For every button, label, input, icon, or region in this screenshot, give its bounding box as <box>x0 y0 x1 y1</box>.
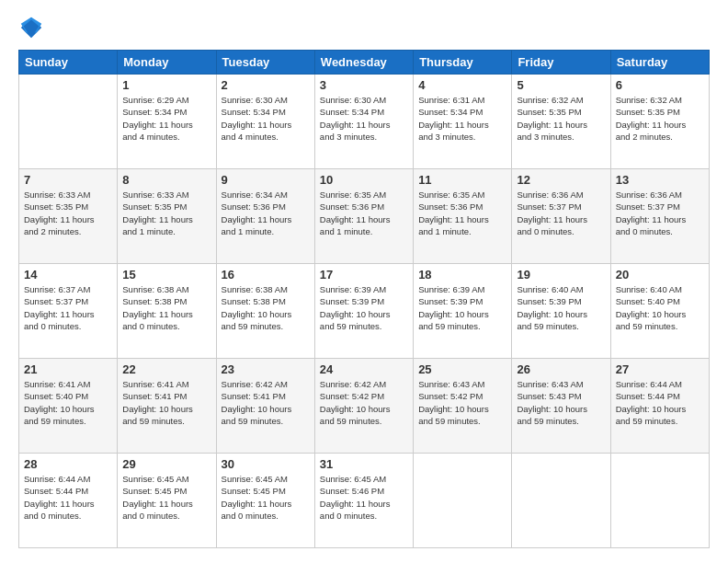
calendar-week-row: 14Sunrise: 6:37 AM Sunset: 5:37 PM Dayli… <box>19 264 710 359</box>
calendar-cell: 18Sunrise: 6:39 AM Sunset: 5:39 PM Dayli… <box>414 264 512 359</box>
day-number: 6 <box>616 78 704 92</box>
calendar-cell: 5Sunrise: 6:32 AM Sunset: 5:35 PM Daylig… <box>512 75 610 169</box>
weekday-header: Sunday <box>19 51 118 75</box>
calendar-cell: 22Sunrise: 6:41 AM Sunset: 5:41 PM Dayli… <box>118 359 216 454</box>
day-info: Sunrise: 6:45 AM Sunset: 5:45 PM Dayligh… <box>122 473 210 522</box>
day-info: Sunrise: 6:33 AM Sunset: 5:35 PM Dayligh… <box>122 189 210 237</box>
day-info: Sunrise: 6:38 AM Sunset: 5:38 PM Dayligh… <box>122 283 210 332</box>
day-info: Sunrise: 6:38 AM Sunset: 5:38 PM Dayligh… <box>222 283 310 332</box>
day-number: 13 <box>616 173 704 187</box>
day-info: Sunrise: 6:44 AM Sunset: 5:44 PM Dayligh… <box>24 473 112 522</box>
logo-icon <box>18 15 44 40</box>
day-number: 30 <box>222 457 310 471</box>
calendar-cell <box>512 454 610 548</box>
day-number: 11 <box>418 173 506 187</box>
day-number: 4 <box>418 78 506 92</box>
calendar-cell: 2Sunrise: 6:30 AM Sunset: 5:34 PM Daylig… <box>216 75 314 169</box>
calendar-cell <box>19 75 118 169</box>
day-number: 27 <box>616 362 704 376</box>
page: SundayMondayTuesdayWednesdayThursdayFrid… <box>0 0 728 563</box>
day-info: Sunrise: 6:40 AM Sunset: 5:39 PM Dayligh… <box>517 283 605 332</box>
weekday-header: Monday <box>118 51 216 75</box>
day-info: Sunrise: 6:36 AM Sunset: 5:37 PM Dayligh… <box>517 189 605 237</box>
day-number: 1 <box>122 78 210 92</box>
day-info: Sunrise: 6:34 AM Sunset: 5:36 PM Dayligh… <box>222 189 310 237</box>
calendar-cell: 23Sunrise: 6:42 AM Sunset: 5:41 PM Dayli… <box>216 359 314 454</box>
day-info: Sunrise: 6:32 AM Sunset: 5:35 PM Dayligh… <box>517 94 605 143</box>
day-info: Sunrise: 6:29 AM Sunset: 5:34 PM Dayligh… <box>122 94 210 143</box>
day-number: 12 <box>517 173 605 187</box>
calendar-week-row: 21Sunrise: 6:41 AM Sunset: 5:40 PM Dayli… <box>19 359 710 454</box>
day-number: 9 <box>222 173 310 187</box>
day-info: Sunrise: 6:31 AM Sunset: 5:34 PM Dayligh… <box>418 94 506 143</box>
calendar-cell: 15Sunrise: 6:38 AM Sunset: 5:38 PM Dayli… <box>118 264 216 359</box>
calendar-cell: 8Sunrise: 6:33 AM Sunset: 5:35 PM Daylig… <box>118 169 216 264</box>
day-info: Sunrise: 6:43 AM Sunset: 5:42 PM Dayligh… <box>418 378 506 427</box>
day-number: 2 <box>222 78 310 92</box>
calendar-cell: 1Sunrise: 6:29 AM Sunset: 5:34 PM Daylig… <box>118 75 216 169</box>
day-info: Sunrise: 6:42 AM Sunset: 5:41 PM Dayligh… <box>222 378 310 427</box>
day-number: 7 <box>24 173 112 187</box>
weekday-header: Wednesday <box>314 51 413 75</box>
calendar-cell: 12Sunrise: 6:36 AM Sunset: 5:37 PM Dayli… <box>512 169 610 264</box>
day-info: Sunrise: 6:44 AM Sunset: 5:44 PM Dayligh… <box>616 378 704 427</box>
calendar-cell <box>610 454 709 548</box>
weekday-header-row: SundayMondayTuesdayWednesdayThursdayFrid… <box>19 51 710 75</box>
day-number: 10 <box>320 173 408 187</box>
day-number: 18 <box>418 268 506 282</box>
day-info: Sunrise: 6:35 AM Sunset: 5:36 PM Dayligh… <box>418 189 506 237</box>
day-number: 25 <box>418 362 506 376</box>
calendar-cell: 21Sunrise: 6:41 AM Sunset: 5:40 PM Dayli… <box>19 359 118 454</box>
day-info: Sunrise: 6:32 AM Sunset: 5:35 PM Dayligh… <box>616 94 704 143</box>
day-info: Sunrise: 6:45 AM Sunset: 5:45 PM Dayligh… <box>222 473 310 522</box>
calendar-cell: 10Sunrise: 6:35 AM Sunset: 5:36 PM Dayli… <box>314 169 413 264</box>
calendar-week-row: 7Sunrise: 6:33 AM Sunset: 5:35 PM Daylig… <box>19 169 710 264</box>
calendar-cell: 13Sunrise: 6:36 AM Sunset: 5:37 PM Dayli… <box>610 169 709 264</box>
day-number: 5 <box>517 78 605 92</box>
header <box>18 15 710 40</box>
calendar-cell: 9Sunrise: 6:34 AM Sunset: 5:36 PM Daylig… <box>216 169 314 264</box>
calendar-cell: 31Sunrise: 6:45 AM Sunset: 5:46 PM Dayli… <box>314 454 413 548</box>
day-number: 15 <box>122 268 210 282</box>
logo <box>18 15 48 40</box>
day-info: Sunrise: 6:30 AM Sunset: 5:34 PM Dayligh… <box>222 94 310 143</box>
calendar-cell: 6Sunrise: 6:32 AM Sunset: 5:35 PM Daylig… <box>610 75 709 169</box>
calendar-table: SundayMondayTuesdayWednesdayThursdayFrid… <box>18 50 710 548</box>
calendar-cell: 28Sunrise: 6:44 AM Sunset: 5:44 PM Dayli… <box>19 454 118 548</box>
day-info: Sunrise: 6:40 AM Sunset: 5:40 PM Dayligh… <box>616 283 704 332</box>
calendar-cell: 27Sunrise: 6:44 AM Sunset: 5:44 PM Dayli… <box>610 359 709 454</box>
calendar-cell: 17Sunrise: 6:39 AM Sunset: 5:39 PM Dayli… <box>314 264 413 359</box>
day-number: 3 <box>320 78 408 92</box>
calendar-cell: 7Sunrise: 6:33 AM Sunset: 5:35 PM Daylig… <box>19 169 118 264</box>
weekday-header: Tuesday <box>216 51 314 75</box>
weekday-header: Friday <box>512 51 610 75</box>
day-number: 17 <box>320 268 408 282</box>
calendar-cell: 26Sunrise: 6:43 AM Sunset: 5:43 PM Dayli… <box>512 359 610 454</box>
day-number: 31 <box>320 457 408 471</box>
weekday-header: Thursday <box>414 51 512 75</box>
calendar-cell: 24Sunrise: 6:42 AM Sunset: 5:42 PM Dayli… <box>314 359 413 454</box>
day-info: Sunrise: 6:30 AM Sunset: 5:34 PM Dayligh… <box>320 94 408 143</box>
day-number: 20 <box>616 268 704 282</box>
day-number: 29 <box>122 457 210 471</box>
day-number: 8 <box>122 173 210 187</box>
day-number: 19 <box>517 268 605 282</box>
day-number: 26 <box>517 362 605 376</box>
day-info: Sunrise: 6:41 AM Sunset: 5:40 PM Dayligh… <box>24 378 112 427</box>
day-info: Sunrise: 6:35 AM Sunset: 5:36 PM Dayligh… <box>320 189 408 237</box>
day-number: 16 <box>222 268 310 282</box>
calendar-week-row: 28Sunrise: 6:44 AM Sunset: 5:44 PM Dayli… <box>19 454 710 548</box>
calendar-week-row: 1Sunrise: 6:29 AM Sunset: 5:34 PM Daylig… <box>19 75 710 169</box>
calendar-cell: 11Sunrise: 6:35 AM Sunset: 5:36 PM Dayli… <box>414 169 512 264</box>
calendar-cell: 30Sunrise: 6:45 AM Sunset: 5:45 PM Dayli… <box>216 454 314 548</box>
day-info: Sunrise: 6:36 AM Sunset: 5:37 PM Dayligh… <box>616 189 704 237</box>
day-info: Sunrise: 6:37 AM Sunset: 5:37 PM Dayligh… <box>24 283 112 332</box>
calendar-cell: 14Sunrise: 6:37 AM Sunset: 5:37 PM Dayli… <box>19 264 118 359</box>
day-number: 28 <box>24 457 112 471</box>
day-info: Sunrise: 6:43 AM Sunset: 5:43 PM Dayligh… <box>517 378 605 427</box>
day-info: Sunrise: 6:33 AM Sunset: 5:35 PM Dayligh… <box>24 189 112 237</box>
day-number: 22 <box>122 362 210 376</box>
day-number: 14 <box>24 268 112 282</box>
calendar-cell: 3Sunrise: 6:30 AM Sunset: 5:34 PM Daylig… <box>314 75 413 169</box>
calendar-cell: 16Sunrise: 6:38 AM Sunset: 5:38 PM Dayli… <box>216 264 314 359</box>
